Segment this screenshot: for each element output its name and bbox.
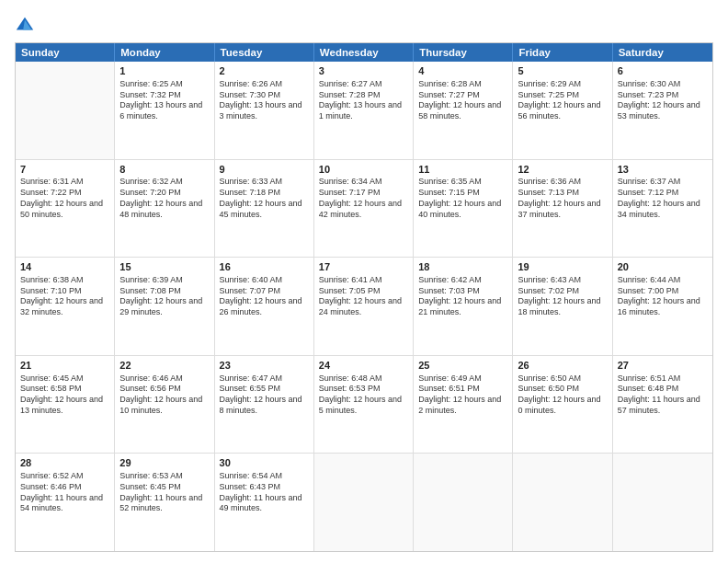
calendar-cell-day-29: 29Sunrise: 6:53 AM Sunset: 6:45 PM Dayli… [115, 454, 214, 551]
weekday-header-thursday: Thursday [414, 43, 513, 62]
calendar-cell-day-19: 19Sunrise: 6:43 AM Sunset: 7:02 PM Dayli… [513, 258, 612, 355]
day-number: 21 [20, 359, 109, 373]
calendar-cell-day-5: 5Sunrise: 6:29 AM Sunset: 7:25 PM Daylig… [513, 62, 612, 159]
calendar-body: 1Sunrise: 6:25 AM Sunset: 7:32 PM Daylig… [16, 62, 712, 551]
day-number: 4 [418, 64, 507, 78]
calendar-row-3: 14Sunrise: 6:38 AM Sunset: 7:10 PM Dayli… [16, 258, 712, 356]
calendar-cell-day-21: 21Sunrise: 6:45 AM Sunset: 6:58 PM Dayli… [16, 356, 115, 454]
cell-details: Sunrise: 6:38 AM Sunset: 7:10 PM Dayligh… [20, 275, 109, 318]
cell-details: Sunrise: 6:49 AM Sunset: 6:51 PM Dayligh… [418, 373, 507, 417]
cell-details: Sunrise: 6:33 AM Sunset: 7:18 PM Dayligh… [220, 177, 309, 220]
day-number: 23 [220, 359, 309, 373]
calendar-cell-day-6: 6Sunrise: 6:30 AM Sunset: 7:23 PM Daylig… [613, 62, 712, 159]
header [15, 11, 713, 35]
cell-details: Sunrise: 6:47 AM Sunset: 6:55 PM Dayligh… [220, 373, 309, 417]
calendar-cell-day-24: 24Sunrise: 6:48 AM Sunset: 6:53 PM Dayli… [314, 356, 414, 454]
day-number: 22 [119, 359, 209, 373]
weekday-header-saturday: Saturday [613, 43, 712, 62]
calendar-cell-empty [513, 454, 612, 551]
day-number: 6 [618, 64, 708, 78]
calendar-cell-day-17: 17Sunrise: 6:41 AM Sunset: 7:05 PM Dayli… [314, 258, 414, 355]
calendar-cell-day-20: 20Sunrise: 6:44 AM Sunset: 7:00 PM Dayli… [613, 258, 712, 355]
day-number: 27 [618, 359, 708, 373]
calendar-cell-day-13: 13Sunrise: 6:37 AM Sunset: 7:12 PM Dayli… [613, 160, 712, 258]
cell-details: Sunrise: 6:45 AM Sunset: 6:58 PM Dayligh… [20, 373, 109, 417]
cell-details: Sunrise: 6:46 AM Sunset: 6:56 PM Dayligh… [119, 373, 209, 417]
calendar-cell-day-7: 7Sunrise: 6:31 AM Sunset: 7:22 PM Daylig… [16, 160, 115, 258]
cell-details: Sunrise: 6:26 AM Sunset: 7:30 PM Dayligh… [220, 79, 309, 122]
calendar-cell-day-28: 28Sunrise: 6:52 AM Sunset: 6:46 PM Dayli… [16, 454, 115, 551]
calendar-cell-day-12: 12Sunrise: 6:36 AM Sunset: 7:13 PM Dayli… [513, 160, 612, 258]
calendar-cell-day-3: 3Sunrise: 6:27 AM Sunset: 7:28 PM Daylig… [314, 62, 414, 159]
day-number: 13 [618, 163, 708, 177]
cell-details: Sunrise: 6:54 AM Sunset: 6:43 PM Dayligh… [220, 471, 309, 514]
day-number: 25 [418, 359, 507, 373]
calendar-cell-day-15: 15Sunrise: 6:39 AM Sunset: 7:08 PM Dayli… [115, 258, 214, 355]
cell-details: Sunrise: 6:53 AM Sunset: 6:45 PM Dayligh… [119, 471, 209, 514]
cell-details: Sunrise: 6:42 AM Sunset: 7:03 PM Dayligh… [418, 275, 507, 318]
calendar-cell-day-4: 4Sunrise: 6:28 AM Sunset: 7:27 PM Daylig… [414, 62, 513, 159]
calendar-cell-day-26: 26Sunrise: 6:50 AM Sunset: 6:50 PM Dayli… [513, 356, 612, 454]
logo-icon [15, 15, 35, 35]
calendar-cell-empty [613, 454, 712, 551]
day-number: 9 [220, 163, 309, 177]
day-number: 18 [418, 260, 507, 274]
calendar-row-5: 28Sunrise: 6:52 AM Sunset: 6:46 PM Dayli… [16, 454, 712, 551]
cell-details: Sunrise: 6:29 AM Sunset: 7:25 PM Dayligh… [518, 79, 607, 122]
calendar-cell-empty [314, 454, 414, 551]
weekday-header-wednesday: Wednesday [314, 43, 414, 62]
calendar-cell-day-1: 1Sunrise: 6:25 AM Sunset: 7:32 PM Daylig… [115, 62, 214, 159]
calendar-cell-day-2: 2Sunrise: 6:26 AM Sunset: 7:30 PM Daylig… [215, 62, 314, 159]
weekday-header-monday: Monday [115, 43, 214, 62]
calendar-cell-day-10: 10Sunrise: 6:34 AM Sunset: 7:17 PM Dayli… [314, 160, 414, 258]
day-number: 5 [518, 64, 607, 78]
calendar-cell-day-11: 11Sunrise: 6:35 AM Sunset: 7:15 PM Dayli… [414, 160, 513, 258]
day-number: 8 [119, 163, 209, 177]
calendar-cell-day-25: 25Sunrise: 6:49 AM Sunset: 6:51 PM Dayli… [414, 356, 513, 454]
day-number: 15 [119, 260, 209, 274]
calendar-cell-day-14: 14Sunrise: 6:38 AM Sunset: 7:10 PM Dayli… [16, 258, 115, 355]
calendar-row-4: 21Sunrise: 6:45 AM Sunset: 6:58 PM Dayli… [16, 356, 712, 454]
day-number: 14 [20, 260, 109, 274]
day-number: 24 [319, 359, 408, 373]
day-number: 10 [319, 163, 408, 177]
day-number: 17 [319, 260, 408, 274]
cell-details: Sunrise: 6:43 AM Sunset: 7:02 PM Dayligh… [518, 275, 607, 318]
cell-details: Sunrise: 6:48 AM Sunset: 6:53 PM Dayligh… [319, 373, 408, 417]
day-number: 29 [119, 456, 209, 470]
cell-details: Sunrise: 6:39 AM Sunset: 7:08 PM Dayligh… [119, 275, 209, 318]
cell-details: Sunrise: 6:51 AM Sunset: 6:48 PM Dayligh… [618, 373, 708, 417]
weekday-header-friday: Friday [513, 43, 612, 62]
cell-details: Sunrise: 6:36 AM Sunset: 7:13 PM Dayligh… [518, 177, 607, 220]
cell-details: Sunrise: 6:27 AM Sunset: 7:28 PM Dayligh… [319, 79, 408, 122]
day-number: 2 [220, 64, 309, 78]
cell-details: Sunrise: 6:50 AM Sunset: 6:50 PM Dayligh… [518, 373, 607, 417]
day-number: 12 [518, 163, 607, 177]
weekday-header-tuesday: Tuesday [215, 43, 314, 62]
day-number: 11 [418, 163, 507, 177]
cell-details: Sunrise: 6:31 AM Sunset: 7:22 PM Dayligh… [20, 177, 109, 220]
calendar-cell-day-27: 27Sunrise: 6:51 AM Sunset: 6:48 PM Dayli… [613, 356, 712, 454]
calendar-cell-day-23: 23Sunrise: 6:47 AM Sunset: 6:55 PM Dayli… [215, 356, 314, 454]
calendar-row-1: 1Sunrise: 6:25 AM Sunset: 7:32 PM Daylig… [16, 62, 712, 160]
day-number: 20 [618, 260, 708, 274]
logo [15, 15, 37, 35]
calendar-cell-empty [414, 454, 513, 551]
calendar: SundayMondayTuesdayWednesdayThursdayFrid… [15, 42, 713, 552]
calendar-cell-day-8: 8Sunrise: 6:32 AM Sunset: 7:20 PM Daylig… [115, 160, 214, 258]
cell-details: Sunrise: 6:44 AM Sunset: 7:00 PM Dayligh… [618, 275, 708, 318]
calendar-cell-day-9: 9Sunrise: 6:33 AM Sunset: 7:18 PM Daylig… [215, 160, 314, 258]
cell-details: Sunrise: 6:37 AM Sunset: 7:12 PM Dayligh… [618, 177, 708, 220]
day-number: 1 [119, 64, 209, 78]
cell-details: Sunrise: 6:28 AM Sunset: 7:27 PM Dayligh… [418, 79, 507, 122]
cell-details: Sunrise: 6:34 AM Sunset: 7:17 PM Dayligh… [319, 177, 408, 220]
day-number: 26 [518, 359, 607, 373]
calendar-cell-day-18: 18Sunrise: 6:42 AM Sunset: 7:03 PM Dayli… [414, 258, 513, 355]
day-number: 16 [220, 260, 309, 274]
calendar-cell-empty [16, 62, 115, 159]
calendar-cell-day-22: 22Sunrise: 6:46 AM Sunset: 6:56 PM Dayli… [115, 356, 214, 454]
calendar-row-2: 7Sunrise: 6:31 AM Sunset: 7:22 PM Daylig… [16, 160, 712, 259]
cell-details: Sunrise: 6:40 AM Sunset: 7:07 PM Dayligh… [220, 275, 309, 318]
day-number: 19 [518, 260, 607, 274]
day-number: 3 [319, 64, 408, 78]
